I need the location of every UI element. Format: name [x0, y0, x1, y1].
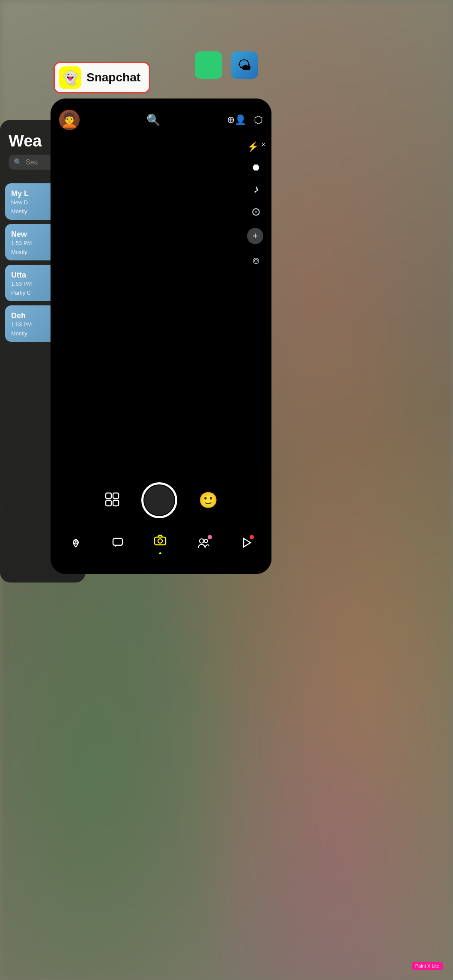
nav-friends[interactable]	[197, 537, 210, 552]
svg-rect-0	[106, 493, 111, 499]
svg-point-8	[158, 539, 162, 543]
svg-rect-2	[106, 500, 111, 506]
smiley-icon: 🙂	[199, 491, 218, 509]
svg-point-10	[204, 539, 208, 543]
video-icon: ⏺	[251, 162, 261, 173]
snapchat-app-label[interactable]: 👻 Snapchat	[54, 62, 150, 93]
svg-rect-6	[113, 538, 122, 545]
svg-point-5	[75, 541, 77, 543]
stories-icon	[240, 537, 252, 552]
weather-search-placeholder: Sea	[26, 158, 38, 166]
flash-icon: ⚡	[247, 141, 259, 152]
friends-icon	[197, 537, 210, 552]
weather-app-icon[interactable]: 🌤	[231, 51, 258, 79]
svg-marker-11	[244, 538, 250, 547]
snapchat-app-name: Snapchat	[86, 71, 140, 84]
snapchat-icon-box: 👻	[59, 66, 81, 89]
music-note-button[interactable]: ♪	[247, 182, 265, 196]
video-record-button[interactable]: ⏺	[247, 162, 265, 173]
camera-nav-icon	[154, 534, 167, 549]
scan-icon: ⌾	[253, 254, 259, 266]
music-icon: ♪	[253, 182, 259, 195]
snap-bottom-nav	[51, 523, 271, 574]
camera-active-indicator	[158, 551, 162, 554]
map-icon	[70, 537, 82, 552]
avatar-emoji: 🧑‍🦱	[61, 112, 78, 128]
chat-icon	[112, 537, 124, 552]
watermark: Paint X Lite	[412, 962, 443, 970]
add-sticker-button[interactable]: +	[247, 228, 263, 244]
stories-badge	[250, 535, 254, 539]
svg-rect-1	[113, 493, 119, 499]
flash-off-button[interactable]: ⚡ ✕	[247, 141, 265, 152]
gallery-button[interactable]	[104, 492, 120, 509]
plus-icon: +	[252, 230, 258, 242]
snapchat-ghost-icon: 👻	[63, 70, 78, 85]
shutter-button[interactable]	[141, 482, 177, 518]
lens-button[interactable]: ⊙	[247, 205, 265, 218]
emoji-lens-button[interactable]: 🙂	[199, 491, 218, 509]
nav-stories[interactable]	[240, 537, 252, 552]
friends-badge	[208, 535, 212, 539]
snap-right-icons: ⊕👤 ⬡	[227, 114, 263, 126]
weather-search-icon: 🔍	[14, 158, 22, 166]
green-app-icon[interactable]	[195, 51, 222, 79]
x-icon: ✕	[261, 142, 265, 148]
snap-search-icon[interactable]: 🔍	[146, 114, 160, 127]
svg-point-9	[200, 539, 204, 543]
lens-icon: ⊙	[251, 205, 261, 218]
snap-capture-bar: 🙂	[51, 482, 271, 518]
scan-button[interactable]: ⌾	[247, 254, 265, 267]
svg-rect-3	[113, 500, 119, 506]
rotate-camera-icon[interactable]: ⬡	[254, 114, 263, 126]
add-friend-icon[interactable]: ⊕👤	[227, 114, 246, 125]
snap-side-toolbar: ⚡ ✕ ⏺ ♪ ⊙ + ⌾	[247, 141, 265, 267]
shutter-inner	[144, 485, 174, 515]
nav-chat[interactable]	[112, 537, 124, 552]
snapchat-main-card: 🧑‍🦱 🔍 ⊕👤 ⬡ ⚡ ✕ ⏺ ♪ ⊙ + ⌾	[51, 99, 271, 574]
snap-topbar: 🧑‍🦱 🔍 ⊕👤 ⬡	[51, 99, 271, 133]
nav-map[interactable]	[70, 537, 82, 552]
snap-avatar[interactable]: 🧑‍🦱	[59, 110, 80, 130]
nav-camera[interactable]	[154, 534, 167, 554]
svg-rect-7	[155, 537, 166, 545]
